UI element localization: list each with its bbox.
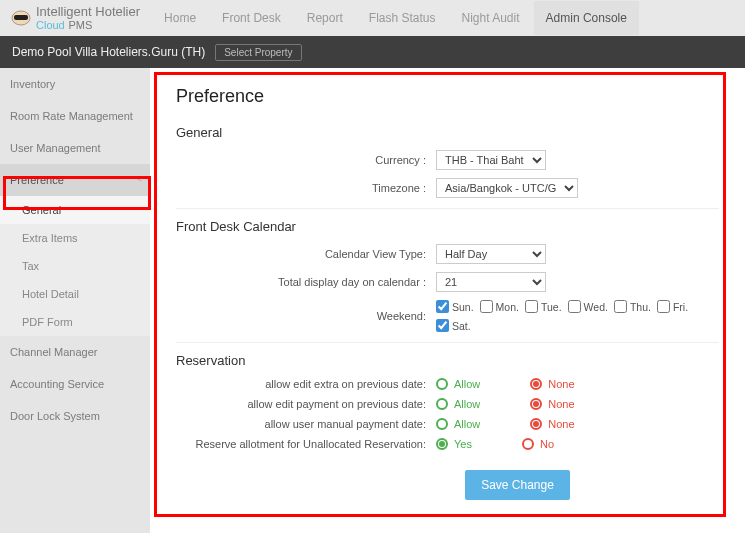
radio-yes[interactable]: Allow	[436, 418, 480, 430]
weekday-label: Fri.	[673, 301, 688, 313]
radio-set: AllowNone	[436, 398, 719, 410]
sidebar-sub-extra-items[interactable]: Extra Items	[0, 224, 150, 252]
sidebar-item-channel-mgr[interactable]: Channel Manager	[0, 336, 150, 368]
radio-circle-icon	[436, 438, 448, 450]
weekend-checkbox-sun[interactable]: Sun.	[436, 300, 474, 313]
radio-circle-icon	[530, 378, 542, 390]
label-view-type: Calendar View Type:	[176, 248, 436, 260]
sidebar-item-preference[interactable]: Preference <	[0, 164, 150, 196]
radio-yes[interactable]: Allow	[436, 398, 480, 410]
checkbox[interactable]	[657, 300, 670, 313]
radio-set: AllowNone	[436, 418, 719, 430]
radio-circle-icon	[522, 438, 534, 450]
radio-label: Allow	[454, 398, 480, 410]
sidebar-sub-general[interactable]: General	[0, 196, 150, 224]
body: Inventory Room Rate Management User Mana…	[0, 68, 745, 533]
property-name: Demo Pool Villa Hoteliers.Guru (TH)	[12, 45, 205, 59]
section-frontdesk-title: Front Desk Calendar	[176, 219, 719, 234]
sidebar-sub-pdf-form[interactable]: PDF Form	[0, 308, 150, 336]
save-button[interactable]: Save Change	[465, 470, 570, 500]
weekday-label: Thu.	[630, 301, 651, 313]
radio-set: YesNo	[436, 438, 719, 450]
reservation-rows: allow edit extra on previous date:AllowN…	[176, 378, 719, 450]
tab-admin-console[interactable]: Admin Console	[534, 1, 639, 35]
reservation-row: Reserve allotment for Unallocated Reserv…	[176, 438, 719, 450]
app-window: Intelligent Hotelier Cloud PMS Home Fron…	[0, 0, 745, 533]
reservation-label: allow edit extra on previous date:	[176, 378, 436, 390]
section-general-title: General	[176, 125, 719, 140]
select-view-type[interactable]: Half Day	[436, 244, 546, 264]
divider	[176, 208, 719, 209]
reservation-label: allow edit payment on previous date:	[176, 398, 436, 410]
weekday-label: Mon.	[496, 301, 519, 313]
select-currency[interactable]: THB - Thai Baht	[436, 150, 546, 170]
label-total-days: Total display day on calendar :	[176, 276, 436, 288]
select-total-days[interactable]: 21	[436, 272, 546, 292]
weekday-label: Sat.	[452, 320, 471, 332]
checkbox[interactable]	[436, 300, 449, 313]
chevron-left-icon: <	[137, 174, 142, 184]
weekend-checkbox-mon[interactable]: Mon.	[480, 300, 519, 313]
brand-pms: PMS	[68, 19, 92, 31]
brand-icon	[10, 7, 32, 29]
checkbox[interactable]	[568, 300, 581, 313]
weekend-checkbox-sat[interactable]: Sat.	[436, 319, 471, 332]
radio-yes[interactable]: Allow	[436, 378, 480, 390]
radio-no[interactable]: No	[522, 438, 554, 450]
checkbox[interactable]	[480, 300, 493, 313]
brand-name: Intelligent Hotelier	[36, 5, 140, 18]
svg-rect-1	[14, 15, 28, 20]
tab-night-audit[interactable]: Night Audit	[450, 1, 532, 35]
weekend-checkbox-tue[interactable]: Tue.	[525, 300, 562, 313]
weekend-checkbox-wed[interactable]: Wed.	[568, 300, 608, 313]
label-timezone: Timezone :	[176, 182, 436, 194]
checkbox[interactable]	[614, 300, 627, 313]
reservation-label: allow user manual payment date:	[176, 418, 436, 430]
sidebar-sub-hotel-detail[interactable]: Hotel Detail	[0, 280, 150, 308]
weekday-label: Sun.	[452, 301, 474, 313]
radio-no[interactable]: None	[530, 418, 574, 430]
select-timezone[interactable]: Asia/Bangkok - UTC/G	[436, 178, 578, 198]
radio-circle-icon	[436, 418, 448, 430]
radio-label: No	[540, 438, 554, 450]
checkbox[interactable]	[436, 319, 449, 332]
radio-circle-icon	[530, 398, 542, 410]
sidebar-item-inventory[interactable]: Inventory	[0, 68, 150, 100]
tab-report[interactable]: Report	[295, 1, 355, 35]
radio-yes[interactable]: Yes	[436, 438, 472, 450]
sidebar-sub-tax[interactable]: Tax	[0, 252, 150, 280]
label-weekend: Weekend:	[176, 310, 436, 322]
select-property-button[interactable]: Select Property	[215, 44, 301, 61]
sidebar-item-label: Preference	[10, 174, 64, 186]
radio-circle-icon	[436, 398, 448, 410]
brand-logo: Intelligent Hotelier Cloud PMS	[8, 5, 148, 31]
radio-label: None	[548, 398, 574, 410]
sidebar-item-room-rate[interactable]: Room Rate Management	[0, 100, 150, 132]
radio-circle-icon	[530, 418, 542, 430]
radio-no[interactable]: None	[530, 398, 574, 410]
main-panel: Preference General Currency : THB - Thai…	[150, 68, 745, 533]
sidebar-item-door-lock[interactable]: Door Lock System	[0, 400, 150, 432]
section-reservation-title: Reservation	[176, 353, 719, 368]
weekend-checkbox-thu[interactable]: Thu.	[614, 300, 651, 313]
radio-label: Allow	[454, 378, 480, 390]
topbar: Intelligent Hotelier Cloud PMS Home Fron…	[0, 0, 745, 36]
tab-home[interactable]: Home	[152, 1, 208, 35]
weekday-label: Wed.	[584, 301, 608, 313]
sidebar: Inventory Room Rate Management User Mana…	[0, 68, 150, 533]
weekend-checkbox-row: Sun.Mon.Tue.Wed.Thu.Fri.Sat.	[436, 300, 719, 332]
sidebar-item-accounting[interactable]: Accounting Service	[0, 368, 150, 400]
weekend-checkbox-fri[interactable]: Fri.	[657, 300, 688, 313]
weekday-label: Tue.	[541, 301, 562, 313]
tab-front-desk[interactable]: Front Desk	[210, 1, 293, 35]
top-nav: Home Front Desk Report Flash Status Nigh…	[152, 1, 639, 35]
radio-no[interactable]: None	[530, 378, 574, 390]
divider	[176, 342, 719, 343]
radio-set: AllowNone	[436, 378, 719, 390]
sidebar-item-user-mgmt[interactable]: User Management	[0, 132, 150, 164]
radio-label: None	[548, 378, 574, 390]
tab-flash-status[interactable]: Flash Status	[357, 1, 448, 35]
reservation-row: allow edit payment on previous date:Allo…	[176, 398, 719, 410]
checkbox[interactable]	[525, 300, 538, 313]
label-currency: Currency :	[176, 154, 436, 166]
